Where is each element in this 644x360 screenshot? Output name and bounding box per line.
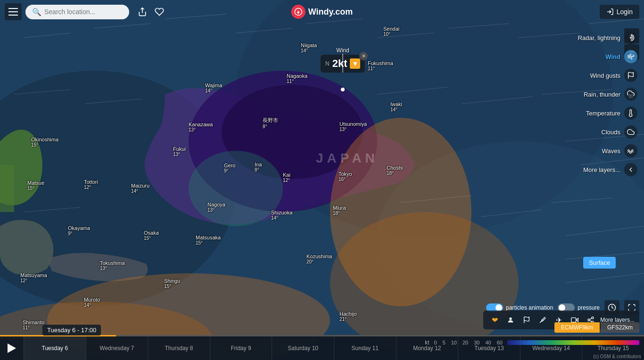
speed-unit: kt [425, 339, 429, 346]
wind-speed: 2kt [332, 57, 347, 70]
login-button[interactable]: Login [600, 5, 639, 19]
logo: Windy.com [291, 5, 353, 19]
timeline-day[interactable]: Wednesday 7 [86, 336, 148, 360]
layer-waves[interactable]: Waves [554, 141, 639, 160]
more-layers-icon [624, 163, 637, 176]
model-ecmwf-button[interactable]: ECMWF9km [554, 322, 600, 333]
layer-wind-label: Wind [605, 53, 620, 60]
timeline-day[interactable]: Sunday 11 [334, 336, 396, 360]
svg-point-10 [189, 151, 283, 226]
more-layers-label: More layers... [583, 166, 620, 173]
play-icon [8, 344, 16, 353]
share-button[interactable] [134, 3, 151, 20]
svg-point-7 [330, 212, 519, 353]
more-layers-item[interactable]: More layers... [554, 160, 639, 179]
speed-30: 30 [474, 340, 479, 345]
wind-direction: N [325, 60, 330, 67]
play-button[interactable] [0, 336, 24, 360]
timeline-day[interactable]: Friday 9 [210, 336, 272, 360]
speed-labels: 0 5 10 20 30 40 60 [434, 340, 503, 345]
layer-rain[interactable]: Rain, thunder [554, 85, 639, 104]
wind-line [343, 54, 343, 73]
layer-wind-gusts-icon [624, 69, 637, 82]
layer-wind[interactable]: Wind [554, 47, 639, 66]
layer-waves-icon [624, 144, 637, 157]
wind-dropdown-button[interactable]: ▼ [350, 58, 360, 69]
layers-panel: Radar, lightning Wind Wind gusts Rain, t… [550, 24, 644, 184]
logo-text: Windy.com [308, 7, 353, 17]
svg-marker-48 [576, 319, 578, 322]
speed-60: 60 [497, 340, 503, 345]
copyright: (c) OSM & contributors [590, 353, 644, 360]
speed-bar: kt 0 5 10 20 30 40 60 [425, 339, 639, 346]
svg-line-54 [590, 318, 592, 319]
timeline-day[interactable]: Tuesday 6 [24, 336, 86, 360]
logo-icon [291, 5, 305, 19]
wind-popup: Wind N 2kt ▼ × [321, 47, 365, 73]
pressure-label: pressure [578, 304, 600, 311]
timeline-day[interactable]: Saturday 10 [272, 336, 334, 360]
svg-text:JAPAN: JAPAN [316, 151, 379, 165]
wind-popup-box: N 2kt ▼ × [321, 55, 365, 73]
surface-button[interactable]: Surface [583, 257, 616, 269]
svg-line-53 [590, 320, 592, 322]
speed-10: 10 [451, 340, 457, 345]
layer-wind-gusts[interactable]: Wind gusts [554, 66, 639, 85]
layer-wind-gusts-label: Wind gusts [590, 72, 620, 79]
layer-temperature-label: Temperature [586, 110, 620, 117]
svg-point-37 [630, 37, 632, 39]
speed-color-bar [507, 340, 639, 345]
model-gfs-button[interactable]: GFS22km [601, 322, 639, 333]
timeline-day[interactable]: Thursday 8 [148, 336, 210, 360]
topbar: 🔍 Windy.com Login [0, 0, 644, 24]
bottom-person-icon[interactable] [504, 313, 517, 327]
layer-clouds[interactable]: Clouds [554, 123, 639, 141]
speed-0: 0 [434, 340, 437, 345]
speed-5: 5 [443, 340, 446, 345]
layer-clouds-label: Clouds [602, 129, 620, 136]
menu-button[interactable] [5, 3, 22, 20]
bottom-flag-icon[interactable] [520, 313, 533, 327]
particles-label: particles animation [506, 304, 553, 311]
layer-radar[interactable]: Radar, lightning [554, 28, 639, 47]
layer-rain-label: Rain, thunder [584, 91, 620, 98]
layer-temperature[interactable]: Temperature [554, 104, 639, 123]
pressure-toggle-knob [559, 304, 565, 311]
model-bar: ECMWF9km GFS22km [554, 322, 639, 333]
time-display: Tuesday 6 - 17:00 [42, 325, 101, 335]
search-box[interactable]: 🔍 [25, 5, 129, 19]
svg-rect-11 [0, 165, 14, 212]
svg-point-45 [510, 318, 512, 320]
search-icon: 🔍 [32, 8, 41, 16]
bottom-favorite-icon[interactable]: ❤ [488, 313, 501, 327]
layer-waves-label: Waves [602, 147, 620, 155]
layer-radar-label: Radar, lightning [578, 34, 620, 41]
particles-toggle-knob [495, 304, 502, 311]
login-label: Login [617, 8, 633, 16]
layer-temperature-icon [624, 106, 637, 120]
layer-wind-icon [624, 50, 637, 63]
svg-point-50 [592, 317, 594, 319]
speed-40: 40 [486, 340, 491, 345]
speed-20: 20 [462, 340, 468, 345]
search-input[interactable] [44, 8, 123, 16]
svg-rect-49 [571, 318, 576, 322]
bottom-ruler-icon[interactable] [536, 313, 549, 327]
layer-radar-icon [624, 31, 637, 44]
layer-clouds-icon [624, 125, 637, 139]
svg-point-51 [588, 319, 590, 321]
favorite-button[interactable] [151, 3, 168, 20]
wind-dot [341, 88, 345, 91]
layer-rain-icon [624, 88, 637, 101]
wind-popup-label: Wind [321, 47, 365, 54]
